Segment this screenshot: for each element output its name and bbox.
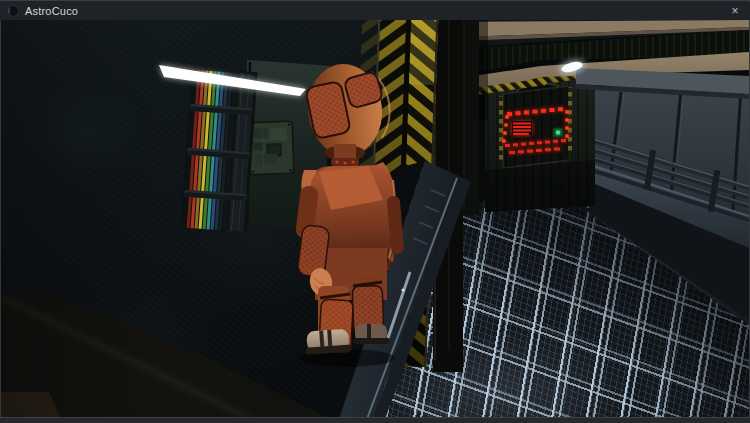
window-title: AstroCuco: [25, 2, 78, 20]
close-button[interactable]: ×: [720, 2, 750, 20]
circuit-panel: [248, 121, 294, 175]
game-window: AstroCuco ×: [0, 0, 750, 423]
scene-render: [1, 20, 749, 419]
robot-right-boot: [353, 324, 389, 344]
cable-bundle: [181, 68, 258, 232]
astrocuco-app-icon: [7, 5, 19, 17]
robot-left-boot: [304, 328, 351, 354]
titlebar: AstroCuco ×: [0, 2, 750, 20]
game-viewport[interactable]: [1, 20, 749, 419]
right-wall: [585, 84, 749, 325]
rock-platform: [1, 288, 331, 419]
window-border-bottom: [0, 417, 750, 423]
green-indicator-button: [553, 128, 563, 137]
